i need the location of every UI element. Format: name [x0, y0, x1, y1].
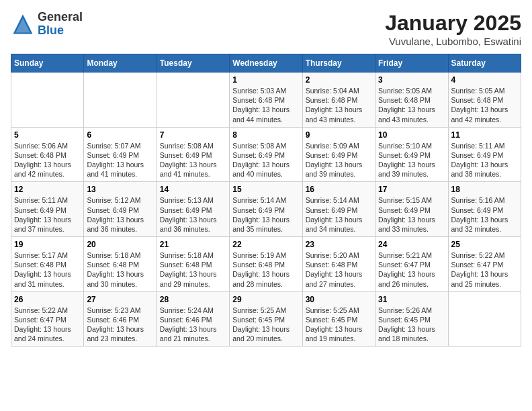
day-number: 16: [306, 185, 372, 194]
calendar-cell: 4Sunrise: 5:05 AM Sunset: 6:48 PM Daylig…: [448, 73, 521, 128]
title-block: January 2025 Vuvulane, Lubombo, Eswatini: [385, 11, 521, 47]
day-info: Sunrise: 5:14 AM Sunset: 6:49 PM Dayligh…: [232, 195, 299, 234]
day-number: 9: [306, 130, 372, 140]
day-number: 27: [87, 295, 153, 304]
header-day: Tuesday: [157, 54, 229, 73]
day-info: Sunrise: 5:26 AM Sunset: 6:45 PM Dayligh…: [378, 306, 445, 344]
calendar-week: 19Sunrise: 5:17 AM Sunset: 6:48 PM Dayli…: [11, 237, 521, 292]
calendar-week: 1Sunrise: 5:03 AM Sunset: 6:48 PM Daylig…: [11, 73, 521, 128]
calendar-body: 1Sunrise: 5:03 AM Sunset: 6:48 PM Daylig…: [11, 73, 521, 347]
day-info: Sunrise: 5:16 AM Sunset: 6:49 PM Dayligh…: [451, 195, 518, 234]
calendar-cell: 11Sunrise: 5:11 AM Sunset: 6:49 PM Dayli…: [448, 127, 521, 182]
day-number: 6: [87, 130, 153, 140]
day-number: 22: [232, 240, 299, 249]
day-info: Sunrise: 5:03 AM Sunset: 6:48 PM Dayligh…: [232, 86, 299, 124]
calendar-cell: 9Sunrise: 5:09 AM Sunset: 6:49 PM Daylig…: [302, 127, 375, 182]
calendar-cell: [157, 73, 229, 128]
calendar-cell: 8Sunrise: 5:08 AM Sunset: 6:49 PM Daylig…: [230, 127, 302, 182]
day-number: 29: [232, 295, 299, 304]
calendar-cell: 19Sunrise: 5:17 AM Sunset: 6:48 PM Dayli…: [11, 237, 84, 292]
day-info: Sunrise: 5:11 AM Sunset: 6:49 PM Dayligh…: [14, 195, 81, 234]
calendar-cell: 3Sunrise: 5:05 AM Sunset: 6:48 PM Daylig…: [375, 73, 448, 128]
day-number: 12: [14, 185, 81, 194]
calendar-cell: 22Sunrise: 5:19 AM Sunset: 6:48 PM Dayli…: [230, 237, 302, 292]
calendar-week: 5Sunrise: 5:06 AM Sunset: 6:48 PM Daylig…: [11, 127, 521, 182]
day-number: 2: [306, 75, 372, 85]
day-info: Sunrise: 5:11 AM Sunset: 6:49 PM Dayligh…: [451, 141, 518, 179]
day-number: 23: [306, 240, 372, 249]
day-number: 5: [14, 130, 81, 140]
day-number: 1: [232, 75, 299, 85]
calendar-cell: 1Sunrise: 5:03 AM Sunset: 6:48 PM Daylig…: [230, 73, 302, 128]
day-info: Sunrise: 5:19 AM Sunset: 6:48 PM Dayligh…: [232, 250, 299, 289]
day-info: Sunrise: 5:13 AM Sunset: 6:49 PM Dayligh…: [160, 195, 226, 234]
calendar-cell: 15Sunrise: 5:14 AM Sunset: 6:49 PM Dayli…: [230, 182, 302, 237]
page-subtitle: Vuvulane, Lubombo, Eswatini: [385, 36, 521, 47]
day-info: Sunrise: 5:09 AM Sunset: 6:49 PM Dayligh…: [306, 141, 372, 179]
header-day: Friday: [375, 54, 448, 73]
calendar-header: SundayMondayTuesdayWednesdayThursdayFrid…: [11, 54, 521, 73]
day-info: Sunrise: 5:18 AM Sunset: 6:48 PM Dayligh…: [87, 250, 153, 289]
header-day: Saturday: [448, 54, 521, 73]
day-info: Sunrise: 5:17 AM Sunset: 6:48 PM Dayligh…: [14, 250, 81, 289]
calendar-cell: 18Sunrise: 5:16 AM Sunset: 6:49 PM Dayli…: [448, 182, 521, 237]
day-number: 17: [378, 185, 445, 194]
calendar-cell: 31Sunrise: 5:26 AM Sunset: 6:45 PM Dayli…: [375, 291, 448, 347]
day-number: 10: [378, 130, 445, 140]
header-row: SundayMondayTuesdayWednesdayThursdayFrid…: [11, 54, 521, 73]
calendar-week: 12Sunrise: 5:11 AM Sunset: 6:49 PM Dayli…: [11, 182, 521, 237]
logo: General Blue: [11, 11, 83, 38]
day-number: 30: [306, 295, 372, 304]
header-day: Monday: [84, 54, 157, 73]
day-info: Sunrise: 5:12 AM Sunset: 6:49 PM Dayligh…: [87, 195, 153, 234]
day-info: Sunrise: 5:23 AM Sunset: 6:46 PM Dayligh…: [87, 306, 153, 344]
day-number: 7: [160, 130, 226, 140]
day-info: Sunrise: 5:25 AM Sunset: 6:45 PM Dayligh…: [306, 306, 372, 344]
day-number: 26: [14, 295, 81, 304]
calendar-cell: 17Sunrise: 5:15 AM Sunset: 6:49 PM Dayli…: [375, 182, 448, 237]
day-info: Sunrise: 5:08 AM Sunset: 6:49 PM Dayligh…: [232, 141, 299, 179]
calendar-cell: 30Sunrise: 5:25 AM Sunset: 6:45 PM Dayli…: [302, 291, 375, 347]
calendar-cell: 14Sunrise: 5:13 AM Sunset: 6:49 PM Dayli…: [157, 182, 229, 237]
calendar-cell: 27Sunrise: 5:23 AM Sunset: 6:46 PM Dayli…: [84, 291, 157, 347]
calendar-cell: 24Sunrise: 5:21 AM Sunset: 6:47 PM Dayli…: [375, 237, 448, 292]
day-info: Sunrise: 5:05 AM Sunset: 6:48 PM Dayligh…: [378, 86, 445, 124]
calendar-cell: 7Sunrise: 5:08 AM Sunset: 6:49 PM Daylig…: [157, 127, 229, 182]
day-info: Sunrise: 5:24 AM Sunset: 6:46 PM Dayligh…: [160, 306, 226, 344]
day-number: 11: [451, 130, 518, 140]
day-number: 3: [378, 75, 445, 85]
day-info: Sunrise: 5:22 AM Sunset: 6:47 PM Dayligh…: [14, 306, 81, 344]
calendar-cell: 10Sunrise: 5:10 AM Sunset: 6:49 PM Dayli…: [375, 127, 448, 182]
header-day: Thursday: [302, 54, 375, 73]
calendar-cell: 13Sunrise: 5:12 AM Sunset: 6:49 PM Dayli…: [84, 182, 157, 237]
day-number: 19: [14, 240, 81, 249]
day-number: 25: [451, 240, 518, 249]
day-number: 31: [378, 295, 445, 304]
calendar-cell: [11, 73, 84, 128]
day-info: Sunrise: 5:04 AM Sunset: 6:48 PM Dayligh…: [306, 86, 372, 124]
day-info: Sunrise: 5:05 AM Sunset: 6:48 PM Dayligh…: [451, 86, 518, 124]
calendar-cell: 2Sunrise: 5:04 AM Sunset: 6:48 PM Daylig…: [302, 73, 375, 128]
logo-blue: Blue: [38, 24, 83, 38]
calendar-cell: 16Sunrise: 5:14 AM Sunset: 6:49 PM Dayli…: [302, 182, 375, 237]
calendar-table: SundayMondayTuesdayWednesdayThursdayFrid…: [11, 54, 521, 347]
calendar-cell: 5Sunrise: 5:06 AM Sunset: 6:48 PM Daylig…: [11, 127, 84, 182]
calendar-cell: 21Sunrise: 5:18 AM Sunset: 6:48 PM Dayli…: [157, 237, 229, 292]
day-number: 24: [378, 240, 445, 249]
day-info: Sunrise: 5:21 AM Sunset: 6:47 PM Dayligh…: [378, 250, 445, 289]
logo-text: General Blue: [38, 11, 83, 38]
day-number: 8: [232, 130, 299, 140]
calendar-cell: 26Sunrise: 5:22 AM Sunset: 6:47 PM Dayli…: [11, 291, 84, 347]
day-info: Sunrise: 5:22 AM Sunset: 6:47 PM Dayligh…: [451, 250, 518, 289]
day-number: 4: [451, 75, 518, 85]
calendar-cell: 12Sunrise: 5:11 AM Sunset: 6:49 PM Dayli…: [11, 182, 84, 237]
calendar-cell: 28Sunrise: 5:24 AM Sunset: 6:46 PM Dayli…: [157, 291, 229, 347]
calendar-cell: 23Sunrise: 5:20 AM Sunset: 6:48 PM Dayli…: [302, 237, 375, 292]
calendar-cell: [84, 73, 157, 128]
day-info: Sunrise: 5:18 AM Sunset: 6:48 PM Dayligh…: [160, 250, 226, 289]
day-info: Sunrise: 5:10 AM Sunset: 6:49 PM Dayligh…: [378, 141, 445, 179]
logo-icon: [11, 12, 35, 36]
calendar-cell: 20Sunrise: 5:18 AM Sunset: 6:48 PM Dayli…: [84, 237, 157, 292]
day-info: Sunrise: 5:20 AM Sunset: 6:48 PM Dayligh…: [306, 250, 372, 289]
calendar-week: 26Sunrise: 5:22 AM Sunset: 6:47 PM Dayli…: [11, 291, 521, 347]
